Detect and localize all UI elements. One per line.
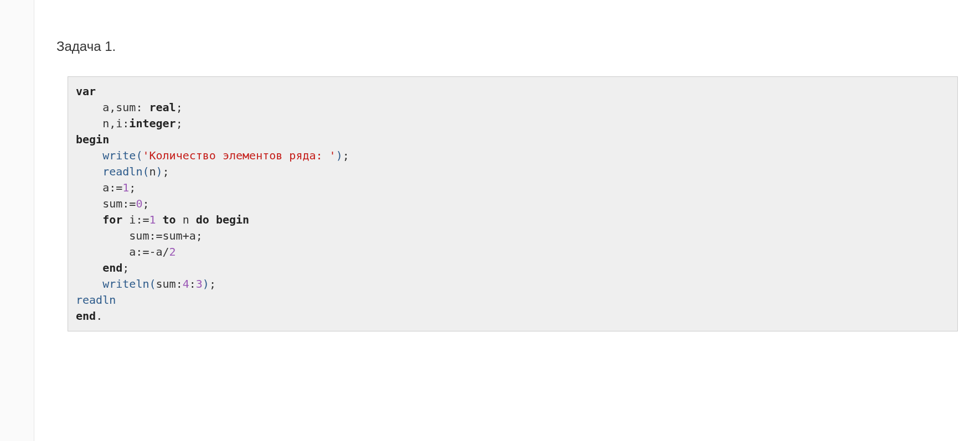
var-a: a bbox=[102, 181, 109, 194]
num-2: 2 bbox=[169, 245, 176, 258]
arg-n: n bbox=[149, 165, 156, 178]
decl-real-vars: a,sum bbox=[102, 101, 136, 114]
var-i: i bbox=[129, 213, 136, 226]
stmt-a: a:=-a/ bbox=[129, 245, 169, 258]
code-block: var a,sum: real; n,i:integer; begin writ… bbox=[68, 76, 958, 331]
kw-end-final: end bbox=[76, 309, 96, 323]
stmt-sum: sum:=sum+a bbox=[129, 229, 195, 242]
kw-integer: integer bbox=[129, 117, 176, 130]
fn-writeln: writeln bbox=[102, 277, 149, 290]
kw-begin: begin bbox=[76, 133, 109, 146]
num-1: 1 bbox=[122, 181, 129, 194]
kw-end-inner: end bbox=[102, 261, 122, 274]
num-3: 3 bbox=[196, 277, 203, 290]
content-area: Задача 1. var a,sum: real; n,i:integer; … bbox=[34, 0, 980, 441]
task-heading: Задача 1. bbox=[56, 39, 958, 54]
kw-do: do bbox=[196, 213, 209, 226]
kw-for: for bbox=[102, 213, 122, 226]
kw-real: real bbox=[149, 101, 176, 114]
fn-write: write bbox=[102, 149, 136, 162]
fn-readln2: readln bbox=[76, 293, 116, 307]
kw-var: var bbox=[76, 85, 96, 98]
num-1b: 1 bbox=[149, 213, 156, 226]
sidebar-border bbox=[0, 0, 34, 441]
num-4: 4 bbox=[183, 277, 189, 290]
arg-sum: sum: bbox=[156, 277, 183, 290]
decl-int-vars: n,i bbox=[102, 117, 122, 130]
num-0: 0 bbox=[136, 197, 142, 210]
kw-to: to bbox=[163, 213, 176, 226]
var-sum: sum bbox=[102, 197, 122, 210]
var-n2: n bbox=[183, 213, 189, 226]
fn-readln: readln bbox=[102, 165, 142, 178]
string-prompt: 'Количество элементов ряда: ' bbox=[142, 149, 336, 162]
kw-begin2: begin bbox=[216, 213, 249, 226]
